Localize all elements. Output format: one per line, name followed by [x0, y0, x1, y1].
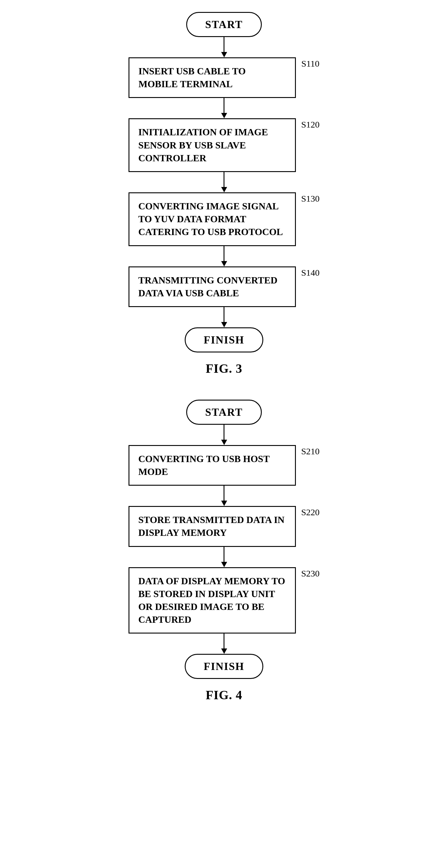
arrow-6: [221, 425, 227, 445]
arrow-4: [221, 246, 227, 267]
fig4-step-s220-box: STORE TRANSMITTED DATA IN DISPLAY MEMORY: [128, 506, 296, 547]
fig4-step-s210-row: CONVERTING TO USB HOST MODE S210: [128, 445, 320, 486]
arrow-8: [221, 547, 227, 567]
fig4-step-s230-box: DATA OF DISPLAY MEMORY TO BE STORED IN D…: [128, 567, 296, 634]
fig3-label: FIG. 3: [206, 362, 242, 376]
fig3-step-s130-label: S130: [301, 192, 320, 204]
figure-3-section: START INSERT USB CABLE TO MOBILE TERMINA…: [104, 12, 344, 376]
fig3-step-s120-label: S120: [301, 118, 320, 130]
fig3-step-s110-label: S110: [301, 57, 320, 69]
fig3-step-s110-box: INSERT USB CABLE TO MOBILE TERMINAL: [128, 57, 296, 98]
fig3-step-s110-row: INSERT USB CABLE TO MOBILE TERMINAL S110: [128, 57, 320, 98]
fig4-label: FIG. 4: [206, 688, 242, 702]
fig4-step-s230-row: DATA OF DISPLAY MEMORY TO BE STORED IN D…: [128, 567, 320, 634]
arrow-1: [221, 37, 227, 57]
fig3-finish-terminal: FINISH: [185, 328, 263, 352]
fig3-step-s140-label: S140: [301, 267, 320, 278]
fig4-step-s210-label: S210: [301, 445, 320, 456]
fig4-flowchart: START CONVERTING TO USB HOST MODE S210 S…: [128, 400, 320, 679]
arrow-2: [221, 98, 227, 118]
arrow-3: [221, 172, 227, 192]
fig4-start-terminal: START: [186, 400, 262, 425]
fig3-step-s120-row: INITIALIZATION OF IMAGE SENSOR BY USB SL…: [128, 118, 320, 172]
fig3-step-s140-box: TRANSMITTING CONVERTED DATA VIA USB CABL…: [128, 267, 296, 307]
fig3-step-s130-box: CONVERTING IMAGE SIGNAL TO YUV DATA FORM…: [128, 192, 296, 246]
figure-4-section: START CONVERTING TO USB HOST MODE S210 S…: [104, 400, 344, 703]
fig3-step-s130-row: CONVERTING IMAGE SIGNAL TO YUV DATA FORM…: [128, 192, 320, 246]
fig4-step-s220-row: STORE TRANSMITTED DATA IN DISPLAY MEMORY…: [128, 506, 320, 547]
fig3-step-s120-box: INITIALIZATION OF IMAGE SENSOR BY USB SL…: [128, 118, 296, 172]
fig3-start-terminal: START: [186, 12, 262, 37]
fig4-finish-terminal: FINISH: [185, 654, 263, 679]
arrow-5: [221, 307, 227, 328]
fig4-step-s210-box: CONVERTING TO USB HOST MODE: [128, 445, 296, 486]
fig4-step-s230-label: S230: [301, 567, 320, 579]
diagram-container: START INSERT USB CABLE TO MOBILE TERMINA…: [104, 12, 344, 726]
fig3-step-s140-row: TRANSMITTING CONVERTED DATA VIA USB CABL…: [128, 267, 320, 307]
fig4-step-s220-label: S220: [301, 506, 320, 517]
arrow-7: [221, 486, 227, 506]
fig3-flowchart: START INSERT USB CABLE TO MOBILE TERMINA…: [128, 12, 320, 352]
arrow-9: [221, 633, 227, 654]
